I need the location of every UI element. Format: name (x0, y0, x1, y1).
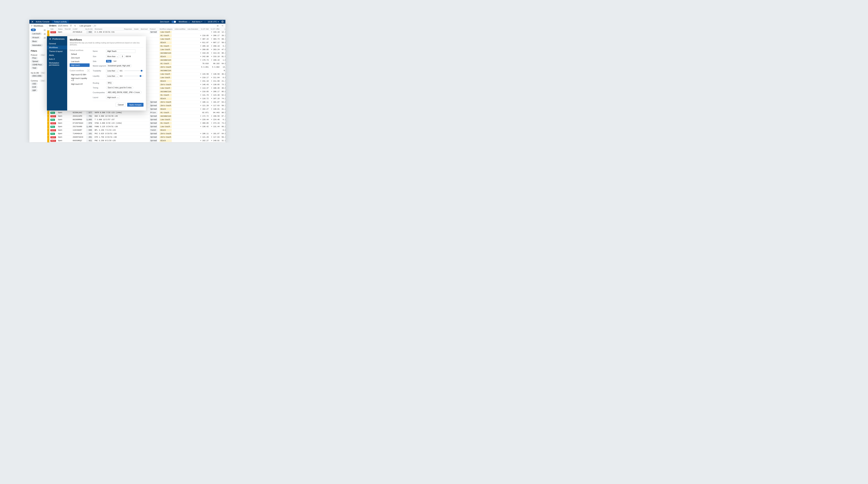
column-header[interactable]: Side (49, 28, 57, 30)
workflow-item[interactable]: High touch (70, 63, 90, 67)
workflows-menu[interactable]: Workflows (179, 21, 189, 23)
column-header[interactable]: Inq Sz (M) (84, 28, 94, 30)
filter-pill[interactable]: USD (31, 83, 38, 85)
filter-pill[interactable]: (500-2,000) (31, 75, 43, 77)
timing-pill[interactable]: Due in 2 mins, good for 5 mins (106, 86, 133, 89)
name-input[interactable] (106, 49, 135, 53)
workflow-item[interactable]: Low touch (70, 60, 90, 63)
size-value-input[interactable] (120, 55, 125, 58)
size-unit: 000 M (126, 55, 131, 57)
svg-point-5 (74, 25, 75, 26)
layout-select[interactable]: High touch (106, 95, 120, 99)
liquidity-value: 8.0 (120, 75, 123, 77)
clear-button[interactable]: Clear (40, 72, 46, 74)
workflow-filter-pill[interactable]: All (31, 29, 36, 31)
pill-count: 80 (44, 29, 46, 31)
filter-pill[interactable]: EUR (31, 86, 38, 88)
hamburger-icon[interactable] (216, 24, 219, 27)
column-header[interactable]: % CP+ Offer (210, 28, 221, 30)
lists-grouped-toggle[interactable] (92, 25, 96, 27)
lists-grouped-label: Lists grouped (80, 25, 91, 27)
filter-group-title: Currency (31, 80, 38, 82)
segment-pill[interactable]: Investment grade, High yield (106, 64, 132, 67)
column-header[interactable]: Responses (123, 28, 133, 30)
counterparties-pill[interactable]: ABO, ABQ, BNYM, HSBC, JPM + 3 more (106, 91, 142, 94)
clear-button[interactable]: Clear (40, 80, 46, 82)
table-row[interactable]: Sell Open 29365TAKI0 281 ETR 1.750 3/15/… (47, 136, 225, 139)
preferences-modal: Preferences GeneralWorkflowsTheme & layo… (47, 36, 146, 111)
column-header[interactable]: Best level (140, 28, 149, 30)
sidebar: Workflows All80Low-touch40Hi-touch20Bloc… (29, 24, 47, 142)
workflow-filter-pill[interactable]: Hi-touch (31, 36, 40, 39)
column-header[interactable]: Protocol (149, 28, 158, 30)
tradability-operator-select[interactable]: Less than (106, 69, 119, 73)
table-row[interactable]: Sell Open 26441CAP0 781 DUK 4.800 12/15/… (47, 115, 225, 118)
column-header[interactable]: Status (57, 28, 64, 30)
column-header[interactable]: % CP+ Bid (199, 28, 210, 30)
search-icon[interactable] (74, 24, 76, 27)
filter-pill[interactable]: Spread (31, 60, 39, 63)
prefs-nav-item[interactable]: General (47, 42, 67, 46)
column-header[interactable] (47, 28, 49, 30)
liquidity-label: Liquidity (93, 75, 106, 77)
clear-button[interactable]: Clear (40, 54, 46, 56)
prefs-nav-item[interactable]: Workstation permissions (47, 61, 67, 67)
prefs-nav-item[interactable]: Workflows (47, 46, 67, 49)
name-label: Name (93, 50, 106, 52)
tradability-slider[interactable] (124, 70, 144, 72)
custom-workflows-heading: Custom workflows (70, 70, 84, 72)
table-row[interactable]: Buy Open 9226ALAA2 577 VNTR 9.500 7/25 c… (47, 111, 225, 115)
collapse-icon[interactable] (221, 24, 224, 27)
workflow-item[interactable]: Zero touch (70, 56, 90, 60)
cancel-button[interactable]: Cancel (116, 103, 126, 107)
table-row[interactable]: Buy Open 25278XAR0 1,490 FANG 3.125 3/24… (47, 125, 225, 129)
workflow-filter-pill[interactable]: Block (31, 40, 38, 43)
table-row[interactable]: Buy Open 00206RMN9 1,005 T 3.800 12/1/57… (47, 118, 225, 121)
filter-pill[interactable]: USHB Price (31, 63, 43, 66)
column-header[interactable]: Dealer (133, 28, 140, 30)
sidebar-title: Workflows (31, 25, 46, 27)
column-header[interactable]: CUSIP (71, 28, 84, 30)
filter-pill[interactable]: Price (31, 57, 38, 59)
clock-display: 10:35 UTC✦ (208, 21, 219, 23)
table-row[interactable]: Sell Open 871507DAG4 679 SYNA 4.000 6/29… (47, 121, 225, 125)
custom-workflow-item[interactable]: High touch HY (70, 82, 90, 86)
table-row[interactable]: Buy Open 714046AJ8 161 PKI 3.625 3/15/51… (47, 132, 225, 136)
liquidity-slider[interactable] (124, 75, 144, 77)
prefs-nav-item[interactable]: Auto-X (47, 57, 67, 61)
pill-count: 20 (44, 37, 46, 39)
app-title: Activity Console (36, 21, 49, 23)
liquidity-operator-select[interactable]: Less than (106, 74, 119, 78)
workflow-filter-pill[interactable]: Automation (31, 44, 43, 47)
modal-subnav: Default workflows DefaultZero touchLow t… (70, 48, 91, 108)
filter-pill[interactable]: Yield (31, 67, 38, 69)
size-operator-select[interactable]: More than (106, 55, 119, 58)
custom-workflow-item[interactable]: High touch IG 5M+ (70, 73, 90, 76)
workflow-filter-pill[interactable]: Low-touch (31, 32, 42, 35)
column-header[interactable]: Active workflow (174, 28, 186, 30)
prefs-nav-item[interactable]: Theme & layout (47, 49, 67, 53)
custom-workflow-item[interactable]: High touch Liquidity < 8 (70, 77, 90, 82)
default-workflows-heading: Default workflows (70, 49, 90, 51)
column-header[interactable]: Auto Execution (186, 28, 199, 30)
workflow-item[interactable]: Default (70, 52, 90, 56)
column-header[interactable]: Time left (64, 28, 71, 30)
column-header[interactable]: Limit (221, 28, 225, 30)
routing-pill[interactable]: RFQ (106, 81, 113, 84)
buy-button[interactable]: Buy (106, 60, 112, 62)
add-workflow-button[interactable]: + (87, 69, 90, 72)
filter-icon[interactable] (69, 24, 72, 27)
zero-touch-toggle[interactable] (172, 21, 176, 23)
table-row[interactable]: Sell Open 69353REQ7 421 PNC 3.250 6/1/25… (47, 139, 225, 143)
add-items-menu[interactable]: Add items+ (192, 21, 202, 23)
apply-button[interactable]: Apply changes (127, 103, 144, 107)
tab-todays-activity[interactable]: Today's activity (52, 20, 69, 24)
column-header[interactable]: Workflow category (158, 28, 174, 30)
filter-pill[interactable]: GBP (31, 89, 38, 92)
column-header[interactable]: Shortname (94, 28, 123, 30)
prefs-nav-item[interactable]: Alerts (47, 53, 67, 57)
sell-button[interactable]: Sell (113, 60, 117, 62)
settings-icon[interactable] (221, 21, 224, 23)
table-row[interactable]: Sell Open 25746UDL0 692 D 2.250 8/15/31 … (47, 30, 225, 34)
table-row[interactable]: Sell Open 118230AR7 645 BPL 4.150 7/1/23… (47, 129, 225, 132)
